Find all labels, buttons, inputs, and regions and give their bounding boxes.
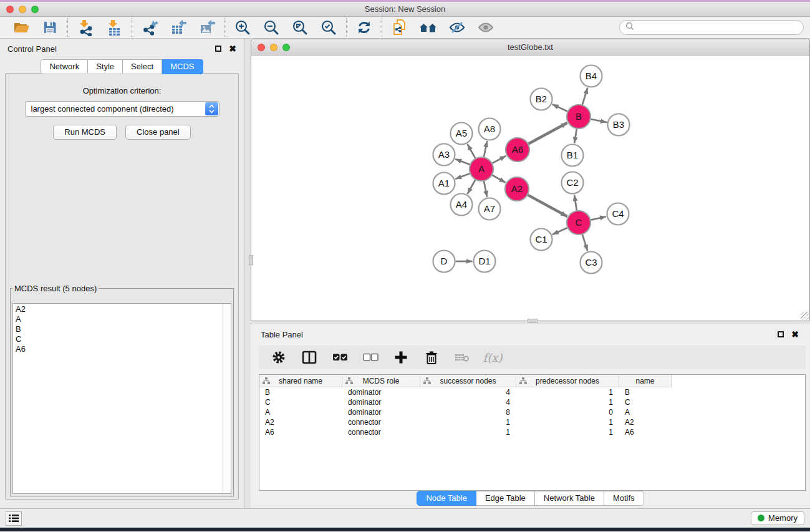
hide-selected-icon[interactable] <box>448 18 466 37</box>
open-file-icon[interactable] <box>12 18 31 37</box>
edge-C-C3[interactable] <box>582 235 587 251</box>
table-cell[interactable]: A2 <box>619 417 672 427</box>
table-row[interactable]: Bdominator41B <box>259 387 805 397</box>
close-panel-icon[interactable]: ✖ <box>229 46 236 52</box>
edge-B-B3[interactable] <box>591 119 607 122</box>
tab-network[interactable]: Network <box>41 59 88 74</box>
table-cell[interactable]: B <box>619 387 672 397</box>
node-C4[interactable]: C4 <box>607 203 629 225</box>
table-cell[interactable]: A6 <box>259 427 342 437</box>
table-cell[interactable]: dominator <box>342 407 420 417</box>
edge-A-A5[interactable] <box>468 144 476 158</box>
table-cell[interactable]: connector <box>342 417 420 427</box>
tab-node-table[interactable]: Node Table <box>417 491 476 506</box>
preferred-layout-icon[interactable] <box>419 18 438 37</box>
resize-grip-icon[interactable] <box>801 312 809 320</box>
tab-network-table[interactable]: Network Table <box>535 491 604 506</box>
table-cell[interactable]: A6 <box>619 427 672 437</box>
import-network-icon[interactable] <box>76 18 95 37</box>
table-cell[interactable]: A2 <box>259 417 342 427</box>
edge-A-A4[interactable] <box>468 180 476 194</box>
edge-A-A2[interactable] <box>492 175 505 183</box>
search-box[interactable] <box>619 20 804 35</box>
node-B[interactable]: B <box>567 105 591 128</box>
export-table-icon[interactable] <box>169 18 188 37</box>
node-A[interactable]: A <box>470 157 493 181</box>
maximize-network-window-button[interactable] <box>282 44 290 51</box>
task-history-button[interactable] <box>6 511 22 526</box>
edge-C-C2[interactable] <box>574 195 577 210</box>
criterion-dropdown[interactable]: largest connected component (directed) <box>25 101 219 117</box>
result-item[interactable]: A <box>16 314 223 324</box>
edge-C-C4[interactable] <box>591 216 606 220</box>
table-cell[interactable]: 8 <box>420 407 516 417</box>
table-cell[interactable]: connector <box>342 427 420 437</box>
table-row[interactable]: A2connector11A2 <box>259 417 805 427</box>
node-A6[interactable]: A6 <box>506 138 529 162</box>
save-session-icon[interactable] <box>41 18 59 37</box>
table-cell[interactable]: 1 <box>516 427 619 437</box>
tab-select[interactable]: Select <box>123 59 162 74</box>
edge-B-B2[interactable] <box>552 104 567 111</box>
close-table-panel-icon[interactable]: ✖ <box>791 331 799 337</box>
export-image-icon[interactable] <box>198 18 216 37</box>
column-header-predecessor-nodes[interactable]: predecessor nodes <box>516 375 619 387</box>
node-B1[interactable]: B1 <box>562 145 584 167</box>
table-cell[interactable]: 4 <box>420 397 516 407</box>
table-cell[interactable]: 0 <box>516 407 619 417</box>
column-header-successor-nodes[interactable]: successor nodes <box>420 375 516 387</box>
column-header-name[interactable]: name <box>619 375 672 387</box>
column-header-shared-name[interactable]: shared name <box>259 375 342 387</box>
result-item[interactable]: C <box>16 334 223 344</box>
add-column-icon[interactable] <box>393 349 409 365</box>
import-table-icon[interactable] <box>105 18 123 37</box>
float-table-panel-icon[interactable] <box>778 331 784 337</box>
minimize-network-window-button[interactable] <box>270 44 277 51</box>
edge-B-B4[interactable] <box>582 88 587 105</box>
network-window-titlebar[interactable]: testGlobe.txt <box>251 39 809 56</box>
table-cell[interactable]: 1 <box>420 417 516 427</box>
edge-A6-B[interactable] <box>529 123 567 143</box>
refresh-layout-icon[interactable] <box>355 18 374 37</box>
minimize-window-button[interactable] <box>19 6 26 13</box>
node-C1[interactable]: C1 <box>531 229 552 251</box>
table-cell[interactable]: 1 <box>516 417 619 427</box>
edge-A-A1[interactable] <box>455 173 470 179</box>
node-B2[interactable]: B2 <box>531 89 552 110</box>
node-D1[interactable]: D1 <box>474 251 496 273</box>
node-C3[interactable]: C3 <box>581 252 602 274</box>
node-B3[interactable]: B3 <box>608 114 630 136</box>
table-cell[interactable]: A <box>619 407 672 417</box>
table-settings-icon[interactable] <box>271 349 287 365</box>
tab-edge-table[interactable]: Edge Table <box>476 491 535 506</box>
node-C[interactable]: C <box>567 211 591 235</box>
node-D[interactable]: D <box>433 251 455 273</box>
zoom-selected-icon[interactable] <box>319 18 338 37</box>
show-all-icon[interactable] <box>476 18 495 37</box>
table-cell[interactable]: 1 <box>516 397 619 407</box>
edge-C-C1[interactable] <box>552 228 567 235</box>
result-item[interactable]: A6 <box>16 344 223 354</box>
close-window-button[interactable] <box>6 6 14 13</box>
tab-mcds[interactable]: MCDS <box>162 59 203 74</box>
table-cell[interactable]: A <box>259 407 342 417</box>
edge-A-A8[interactable] <box>484 141 487 157</box>
deselect-all-columns-icon[interactable] <box>362 349 378 365</box>
run-mcds-button[interactable]: Run MCDS <box>53 125 117 140</box>
zoom-out-icon[interactable] <box>262 18 281 37</box>
mcds-result-list[interactable]: A2ABCA6 <box>13 304 223 493</box>
node-A5[interactable]: A5 <box>451 123 473 145</box>
table-row[interactable]: Cdominator41C <box>259 397 805 407</box>
node-C2[interactable]: C2 <box>562 172 584 194</box>
tab-motifs[interactable]: Motifs <box>604 491 644 506</box>
table-row[interactable]: A6connector11A6 <box>259 427 805 437</box>
edge-A-A3[interactable] <box>455 159 470 165</box>
node-A7[interactable]: A7 <box>479 198 501 220</box>
edge-A-A7[interactable] <box>484 181 487 197</box>
table-cell[interactable]: 4 <box>420 387 516 397</box>
zoom-in-icon[interactable] <box>233 18 252 37</box>
search-input[interactable] <box>637 23 798 32</box>
copy-view-icon[interactable] <box>390 18 409 37</box>
table-cell[interactable]: C <box>619 397 672 407</box>
node-B4[interactable]: B4 <box>581 65 602 87</box>
